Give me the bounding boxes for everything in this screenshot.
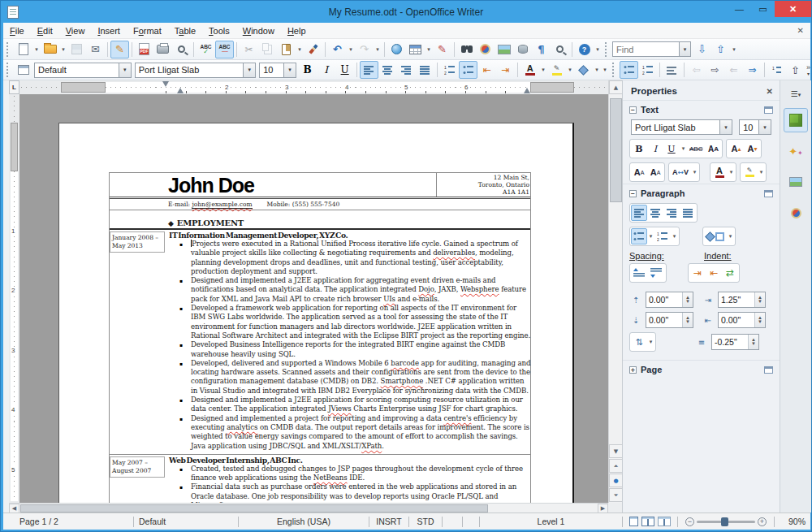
page-dialog-launcher-icon[interactable] — [764, 366, 773, 374]
font-name-dropdown[interactable]: ▾ — [243, 63, 255, 77]
scroll-down-button[interactable]: ▼ — [609, 444, 623, 458]
close-document-icon[interactable]: ✕ — [797, 26, 804, 35]
align-justify-button[interactable] — [416, 61, 434, 79]
formatting-marks-button[interactable]: ¶ — [532, 41, 551, 58]
align-center-button[interactable] — [378, 61, 397, 79]
edit-mode-button[interactable]: ✎ — [110, 41, 129, 58]
menu-help[interactable]: Help — [281, 24, 313, 38]
open-dropdown[interactable]: ▾ — [59, 41, 67, 58]
page-section-header[interactable]: + Page — [623, 360, 780, 377]
styles-tab[interactable]: ✦✦ — [784, 139, 808, 163]
after-text-indent-field[interactable]: ▲▼ — [718, 312, 766, 328]
promote-subpoints-button[interactable]: ⇐ — [724, 61, 743, 79]
subscript-button[interactable]: AA — [647, 164, 663, 180]
book-view-button[interactable] — [658, 517, 671, 526]
sidebar-change-case-button[interactable]: AA — [705, 141, 721, 157]
print-button[interactable] — [153, 41, 172, 58]
bullets-toolbar-overflow[interactable]: » — [806, 64, 810, 71]
sidebar-decrease-indent-button[interactable]: ⇤ — [706, 265, 722, 281]
sidebar-bold-button[interactable]: B — [631, 141, 647, 157]
vertical-ruler[interactable]: 1 2 3 4 5 — [9, 94, 19, 503]
font-name-combo[interactable]: Port Lligat Slab▾ — [135, 63, 257, 78]
move-up-button[interactable]: ⇧ — [786, 61, 805, 79]
selection-mode-field[interactable]: STD — [409, 513, 442, 530]
insert-unnumbered-entry-button[interactable] — [663, 61, 681, 79]
collapse-icon[interactable]: − — [629, 106, 637, 114]
zoom-slider-thumb[interactable] — [721, 517, 728, 526]
font-size-dropdown[interactable]: ▾ — [283, 63, 296, 77]
email-document-button[interactable]: ✉ — [86, 41, 105, 58]
line-spacing-dropdown[interactable]: ▾ — [647, 339, 654, 345]
align-left-button[interactable] — [360, 61, 378, 79]
switch-indent-button[interactable]: ⇄ — [722, 265, 738, 281]
copy-button[interactable] — [258, 41, 277, 58]
menu-insert[interactable]: Insert — [91, 24, 127, 38]
expand-icon[interactable]: + — [629, 366, 637, 374]
superscript-button[interactable]: AA — [631, 164, 647, 180]
close-button[interactable]: ✕ — [775, 1, 811, 17]
single-page-view-button[interactable] — [629, 517, 638, 526]
decrease-indent-button[interactable]: ⇤ — [477, 61, 496, 79]
export-pdf-button[interactable]: PDF — [135, 41, 153, 58]
demote-level-button[interactable]: ⇨ — [706, 61, 724, 79]
menu-window[interactable]: Window — [236, 24, 281, 38]
gallery-button[interactable] — [495, 41, 513, 58]
document-page[interactable]: John Doe 12 Main St, Toronto, Ontario A1… — [58, 123, 574, 503]
menu-view[interactable]: View — [59, 24, 92, 38]
navigation-button[interactable]: ● — [609, 474, 623, 487]
sidebar-align-right-button[interactable] — [663, 205, 680, 221]
signature-field[interactable] — [463, 513, 479, 530]
save-button[interactable] — [67, 41, 86, 58]
vertical-scrollbar[interactable]: ▲ ▼ ⏶ ● ⏷ — [608, 80, 622, 503]
menu-tools[interactable]: Tools — [202, 24, 236, 38]
decrease-font-size-button[interactable]: A▾ — [744, 141, 760, 157]
page-preview-button[interactable] — [172, 41, 191, 58]
zoom-button[interactable] — [551, 41, 569, 58]
italic-button[interactable]: I — [317, 61, 335, 79]
font-size-combo[interactable]: 10▾ — [259, 63, 296, 78]
navigator-tab[interactable] — [784, 201, 808, 225]
paragraph-style-dropdown[interactable]: ▾ — [119, 63, 131, 77]
align-right-button[interactable] — [397, 61, 416, 79]
open-button[interactable] — [41, 41, 59, 58]
character-spacing-button[interactable]: A↔V — [670, 164, 691, 180]
toolbar-grip[interactable] — [6, 42, 10, 57]
sidebar-underline-button[interactable]: U — [663, 141, 680, 157]
language-field[interactable]: English (USA) — [239, 513, 369, 530]
cut-button[interactable]: ✂ — [240, 41, 258, 58]
numbered-list-button[interactable]: 12 — [440, 61, 459, 79]
outline-level-field[interactable]: Level 1 — [480, 513, 622, 530]
menu-format[interactable]: Format — [127, 24, 168, 38]
paragraph-section-header[interactable]: − Paragraph — [623, 184, 780, 201]
maximize-button[interactable]: ▭ — [751, 1, 775, 17]
increase-font-size-button[interactable]: A▴ — [728, 141, 744, 157]
formatting-toolbar-overflow[interactable]: ▾ — [601, 61, 609, 79]
sidebar-font-name-combo[interactable]: Port Lligat Slab▾ — [631, 119, 732, 135]
next-page-button[interactable]: ⏷ — [609, 488, 623, 502]
insert-table-button[interactable] — [406, 41, 425, 58]
standard-toolbar-overflow[interactable]: ▾ — [594, 41, 602, 58]
find-toolbar-overflow[interactable]: ▾ — [730, 41, 738, 58]
find-next-button[interactable]: ⇩ — [693, 41, 711, 58]
autospellcheck-button[interactable]: ABC~~ — [215, 41, 234, 58]
sidebar-align-justify-button[interactable] — [680, 205, 696, 221]
menu-table[interactable]: Table — [168, 24, 202, 38]
undo-dropdown[interactable]: ▾ — [347, 41, 355, 58]
sidebar-bullet-list-button[interactable] — [631, 228, 647, 244]
character-spacing-dropdown[interactable]: ▾ — [691, 169, 698, 175]
restart-numbering-button[interactable]: 1 — [767, 61, 786, 79]
below-paragraph-spacing-field[interactable]: ▲▼ — [646, 312, 693, 328]
page-style-field[interactable]: Default — [134, 513, 238, 530]
horizontal-ruler[interactable]: 2 3 4 5 6 — [19, 80, 608, 94]
sidebar-font-name-dropdown[interactable]: ▾ — [719, 120, 732, 134]
zoom-out-button[interactable]: − — [685, 517, 694, 526]
text-section-header[interactable]: − Text — [623, 100, 780, 117]
find-input[interactable] — [612, 41, 679, 57]
paste-dropdown[interactable]: ▾ — [296, 41, 304, 58]
sidebar-background-color-button[interactable] — [704, 228, 727, 244]
sidebar-align-center-button[interactable] — [647, 205, 663, 221]
sidebar-highlighting-dropdown[interactable]: ▾ — [758, 169, 765, 175]
formatting-toolbar-grip[interactable] — [6, 63, 10, 77]
sidebar-bullet-list-dropdown[interactable]: ▾ — [647, 233, 654, 240]
show-draw-functions-button[interactable]: ✎ — [433, 41, 451, 58]
